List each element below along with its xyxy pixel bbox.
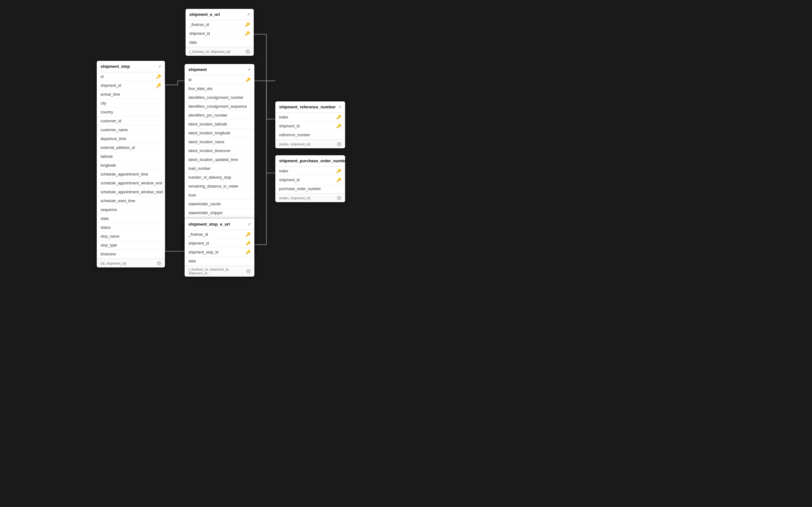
table-row-footer: (id, shipment_id) i bbox=[97, 259, 165, 268]
key-icon: 🔑 bbox=[246, 77, 251, 82]
table-row: schedule_appointment_window_start bbox=[97, 187, 165, 196]
table-row: _fivetran_id 🔑 bbox=[186, 20, 254, 29]
table-row: identifiers_consignment_number bbox=[185, 93, 254, 102]
table-row-footer: (_fivetran_id, shipment_id) i bbox=[186, 47, 254, 56]
table-row: stop_type bbox=[97, 241, 165, 250]
table-row: status bbox=[97, 223, 165, 232]
table-row: sequence bbox=[97, 205, 165, 214]
table-row: latest_location_timezone bbox=[185, 147, 254, 155]
info-icon: i bbox=[337, 196, 341, 200]
table-row: longitude bbox=[97, 161, 165, 170]
key-icon: 🔑 bbox=[336, 177, 341, 182]
table-row: schedule_appointment_window_end bbox=[97, 179, 165, 187]
table-header-shipment-reference-number: shipment_reference_number ⤢ bbox=[275, 101, 345, 113]
table-row: stop_name bbox=[97, 232, 165, 241]
table-row: state bbox=[97, 214, 165, 223]
table-row: latest_location_name bbox=[185, 137, 254, 147]
table-shipment-purchase-order-number: shipment_purchase_order_number ⤢ index 🔑… bbox=[275, 155, 345, 202]
table-row: stakeholder_carrier bbox=[185, 200, 254, 209]
table-row: shipment_id 🔑 bbox=[97, 81, 165, 90]
table-header-shipment-purchase-order-number: shipment_purchase_order_number ⤢ bbox=[275, 155, 345, 167]
table-row: data bbox=[186, 38, 254, 47]
info-icon: i bbox=[337, 142, 341, 147]
key-icon: 🔑 bbox=[246, 232, 251, 237]
table-title-shipment-e-url: shipment_e_url bbox=[189, 12, 220, 17]
info-icon: i bbox=[246, 49, 250, 54]
info-icon: i bbox=[157, 261, 161, 266]
table-row-footer: (_fivetran_id, shipment_id, shipment_st.… bbox=[185, 266, 254, 277]
table-row: departure_time bbox=[97, 134, 165, 143]
table-row: timezone bbox=[97, 250, 165, 259]
table-row: shipment_id 🔑 bbox=[275, 122, 345, 130]
expand-icon-shipment-reference-number[interactable]: ⤢ bbox=[339, 105, 341, 109]
table-row: id 🔑 bbox=[97, 72, 165, 81]
table-title-shipment-stop: shipment_stop bbox=[101, 64, 130, 69]
table-header-shipment: shipment ⤢ bbox=[185, 64, 254, 75]
table-row: country bbox=[97, 108, 165, 117]
table-row: index 🔑 bbox=[275, 113, 345, 122]
table-row: stakeholder_shipper bbox=[185, 209, 254, 217]
table-row: external_address_id bbox=[97, 143, 165, 152]
key-icon: 🔑 bbox=[245, 31, 250, 36]
table-row: arrival_time bbox=[97, 90, 165, 99]
table-row: purchase_order_number bbox=[275, 184, 345, 193]
expand-icon-shipment[interactable]: ⤢ bbox=[248, 67, 251, 72]
table-row: identifiers_consignment_sequence bbox=[185, 102, 254, 111]
table-row-footer: (index, shipment_id) i bbox=[275, 139, 345, 148]
table-row: shipment_id 🔑 bbox=[186, 29, 254, 38]
table-title-shipment-stop-e-url: shipment_stop_e_url bbox=[189, 222, 230, 227]
table-row: reference_number bbox=[275, 130, 345, 139]
table-row: customer_id bbox=[97, 117, 165, 125]
expand-icon-shipment-stop[interactable]: ⤢ bbox=[158, 64, 161, 68]
info-icon: i bbox=[247, 269, 251, 274]
table-row: shipment_stop_id 🔑 bbox=[185, 248, 254, 257]
table-row: _fivetran_id 🔑 bbox=[185, 230, 254, 239]
table-row: data bbox=[185, 257, 254, 266]
key-icon: 🔑 bbox=[246, 250, 251, 255]
table-row: scac bbox=[185, 191, 254, 200]
table-row: schedule_appointment_time bbox=[97, 170, 165, 179]
table-row: index 🔑 bbox=[275, 167, 345, 176]
table-row: four_kites_eta bbox=[185, 84, 254, 93]
key-icon: 🔑 bbox=[336, 115, 341, 119]
table-shipment-stop: shipment_stop ⤢ id 🔑 shipment_id 🔑 arriv… bbox=[97, 61, 165, 268]
table-row: city bbox=[97, 99, 165, 108]
key-icon: 🔑 bbox=[245, 22, 250, 27]
key-icon: 🔑 bbox=[156, 83, 161, 88]
key-icon: 🔑 bbox=[336, 169, 341, 173]
diagram-canvas: shipment_e_url ⤢ _fivetran_id 🔑 shipment… bbox=[0, 0, 812, 507]
table-row-footer: (index, shipment_id) i bbox=[275, 193, 345, 202]
table-row: identifiers_pro_number bbox=[185, 111, 254, 120]
table-shipment-reference-number: shipment_reference_number ⤢ index 🔑 ship… bbox=[275, 101, 345, 148]
table-title-shipment-purchase-order-number: shipment_purchase_order_number bbox=[279, 158, 345, 163]
table-header-shipment-e-url: shipment_e_url ⤢ bbox=[186, 9, 254, 20]
key-icon: 🔑 bbox=[336, 124, 341, 128]
table-row: shipment_id 🔑 bbox=[275, 176, 345, 184]
table-row: latest_location_updated_time bbox=[185, 155, 254, 164]
table-header-shipment-stop-e-url: shipment_stop_e_url ⤢ bbox=[185, 219, 254, 230]
key-icon: 🔑 bbox=[156, 74, 161, 79]
table-header-shipment-stop: shipment_stop ⤢ bbox=[97, 61, 165, 72]
table-row: remaining_distance_in_meter bbox=[185, 182, 254, 191]
table-title-shipment-reference-number: shipment_reference_number bbox=[279, 105, 336, 109]
table-shipment-e-url: shipment_e_url ⤢ _fivetran_id 🔑 shipment… bbox=[186, 9, 254, 56]
expand-icon-shipment-stop-e-url[interactable]: ⤢ bbox=[248, 222, 251, 226]
table-row: schedule_want_time bbox=[97, 196, 165, 205]
key-icon: 🔑 bbox=[246, 241, 251, 245]
table-title-shipment: shipment bbox=[189, 67, 207, 72]
table-shipment-stop-e-url: shipment_stop_e_url ⤢ _fivetran_id 🔑 shi… bbox=[185, 219, 254, 277]
table-row: shipment_id 🔑 bbox=[185, 239, 254, 248]
table-row: customer_name bbox=[97, 125, 165, 134]
table-row: id 🔑 bbox=[185, 75, 254, 84]
table-row: latitude bbox=[97, 152, 165, 161]
table-row: latest_location_latitude bbox=[185, 120, 254, 129]
table-row: load_number bbox=[185, 164, 254, 173]
expand-icon-shipment-e-url[interactable]: ⤢ bbox=[247, 12, 250, 16]
table-row: number_of_delivery_stop bbox=[185, 173, 254, 182]
table-row: latest_location_longitude bbox=[185, 129, 254, 137]
